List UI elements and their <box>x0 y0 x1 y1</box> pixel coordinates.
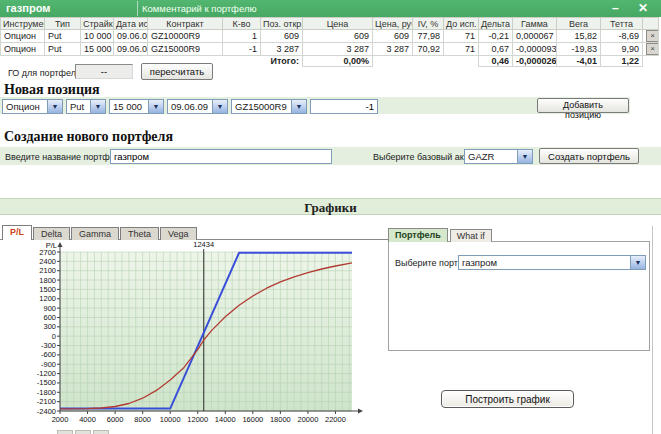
cell-delta: 0,67 <box>479 43 513 56</box>
cell-vega: -19,83 <box>557 43 601 56</box>
create-portfolio-button[interactable]: Создать портфель <box>539 148 639 164</box>
margin-input[interactable] <box>75 64 133 79</box>
right-tabs: Портфель What if <box>388 228 494 242</box>
contract-select[interactable]: GZ15000R9 ▼ <box>231 99 307 114</box>
col-delete <box>643 18 659 30</box>
type-select[interactable]: Put ▼ <box>66 99 106 114</box>
recalculate-button[interactable]: пересчитать <box>141 63 213 80</box>
col-type: Тип <box>45 18 81 30</box>
qty-input[interactable]: -1 <box>223 43 261 56</box>
build-chart-button[interactable]: Построить график <box>441 390 574 408</box>
col-delta: Дельта <box>479 18 513 30</box>
svg-text:-900: -900 <box>41 360 56 369</box>
tab-portfolio[interactable]: Портфель <box>388 228 448 242</box>
table-header-row: Инструмент Тип Страйк Дата исп. Контракт… <box>1 18 659 30</box>
tab-vega[interactable]: Vega <box>160 227 197 240</box>
comment-header: Комментарий к портфелю <box>142 0 257 17</box>
exp-date-select[interactable]: 09.06.09 ▼ <box>167 99 228 114</box>
col-vega: Вега <box>557 18 601 30</box>
col-open-price: Поз. откр. по <box>261 18 303 30</box>
col-theta: Тетта <box>601 18 643 30</box>
svg-text:900: 900 <box>43 304 56 313</box>
close-icon[interactable]: ✕ <box>638 0 648 17</box>
svg-text:16000: 16000 <box>242 415 263 424</box>
totals-gamma: -0,000026 <box>513 56 557 67</box>
portfolio-name-input[interactable] <box>110 149 332 164</box>
charts-section-bar: Графики <box>0 198 661 215</box>
col-price-rub: Цена, руб. <box>373 18 413 30</box>
chevron-down-icon: ▼ <box>291 100 306 113</box>
totals-pct: 0,00% <box>303 56 373 67</box>
col-contract: Контракт <box>148 18 223 30</box>
portfolio-name-label: Введите название портфеля <box>5 152 125 162</box>
svg-text:1200: 1200 <box>39 294 56 303</box>
svg-text:1500: 1500 <box>39 285 56 294</box>
cell-contract: GZ15000R9 <box>148 43 223 56</box>
cell-type: Put <box>45 30 81 43</box>
new-position-heading: Новая позиция <box>4 82 100 98</box>
svg-text:8000: 8000 <box>134 415 151 424</box>
base-asset-select[interactable]: GAZR ▼ <box>464 149 533 164</box>
chart-control-stub[interactable] <box>57 430 73 434</box>
col-qty: К-во <box>223 18 261 30</box>
new-portfolio-heading: Создание нового портфеля <box>4 129 173 145</box>
cell-iv: 70,92 <box>413 43 444 56</box>
svg-text:0: 0 <box>52 332 56 341</box>
titlebar-divider <box>137 1 138 16</box>
chart-control-stub[interactable] <box>75 430 91 434</box>
strike-select[interactable]: 15 000 ▼ <box>109 99 164 114</box>
svg-text:10000: 10000 <box>160 415 181 424</box>
svg-text:-600: -600 <box>41 350 56 359</box>
portfolio-select[interactable]: газпром ▼ <box>458 255 646 270</box>
tab-delta[interactable]: Delta <box>33 227 70 240</box>
chevron-down-icon: ▼ <box>148 100 163 113</box>
table-row: Опцион Put 10 000 09.06.09 GZ10000R9 1 6… <box>1 30 659 43</box>
cell-vega: 15,82 <box>557 30 601 43</box>
svg-text:14000: 14000 <box>215 415 236 424</box>
new-portfolio-bar: Введите название портфеля Выберите базов… <box>0 147 661 165</box>
tab-gamma[interactable]: Gamma <box>71 227 119 240</box>
totals-delta: 0,46 <box>479 56 513 67</box>
svg-text:12000: 12000 <box>187 415 208 424</box>
svg-text:-2100: -2100 <box>37 397 56 406</box>
svg-text:2100: 2100 <box>39 266 56 275</box>
open-price-input[interactable]: 3 287 <box>261 43 303 56</box>
cell-contract: GZ10000R9 <box>148 30 223 43</box>
cell-strike: 10 000 <box>81 30 114 43</box>
svg-text:-1200: -1200 <box>37 369 56 378</box>
open-price-input[interactable]: 609 <box>261 30 303 43</box>
tab-pl[interactable]: P/L <box>2 225 32 240</box>
delete-position-icon[interactable]: × <box>646 43 659 55</box>
chevron-down-icon: ▼ <box>517 150 532 163</box>
cell-days: 71 <box>444 30 479 43</box>
cell-type: Put <box>45 43 81 56</box>
svg-text:12434: 12434 <box>193 240 214 249</box>
charts-heading: Графики <box>304 200 357 215</box>
pl-chart: 2700240021001800150012009006003000-300-6… <box>0 239 400 434</box>
svg-text:P/L: P/L <box>46 241 57 250</box>
cell-days: 71 <box>444 43 479 56</box>
add-position-button[interactable]: Добавить позицию <box>537 98 629 113</box>
col-exp-date: Дата исп. <box>114 18 148 30</box>
cell-exp-date: 09.06.09 <box>114 43 148 56</box>
chart-control-stub[interactable] <box>93 430 109 434</box>
tab-what-if[interactable]: What if <box>450 229 492 242</box>
cell-instrument: Опцион <box>1 43 45 56</box>
cell-price: 3 287 <box>303 43 373 56</box>
cell-price-rub: 609 <box>373 30 413 43</box>
new-qty-input[interactable] <box>310 99 378 114</box>
svg-text:-1500: -1500 <box>37 378 56 387</box>
qty-input[interactable]: 1 <box>223 30 261 43</box>
minimize-icon[interactable]: – <box>612 0 619 17</box>
cell-gamma: 0,000067 <box>513 30 557 43</box>
col-gamma: Гамма <box>513 18 557 30</box>
new-position-bar: Опцион ▼ Put ▼ 15 000 ▼ 09.06.09 ▼ GZ150… <box>0 97 630 114</box>
svg-text:6000: 6000 <box>107 415 124 424</box>
col-price: Цена <box>303 18 373 30</box>
tab-theta[interactable]: Theta <box>120 227 159 240</box>
cell-exp-date: 09.06.09 <box>114 30 148 43</box>
instrument-select[interactable]: Опцион ▼ <box>2 99 63 114</box>
positions-table: Инструмент Тип Страйк Дата исп. Контракт… <box>0 17 659 67</box>
totals-theta: 1,22 <box>601 56 643 67</box>
delete-position-icon[interactable]: × <box>646 30 659 42</box>
